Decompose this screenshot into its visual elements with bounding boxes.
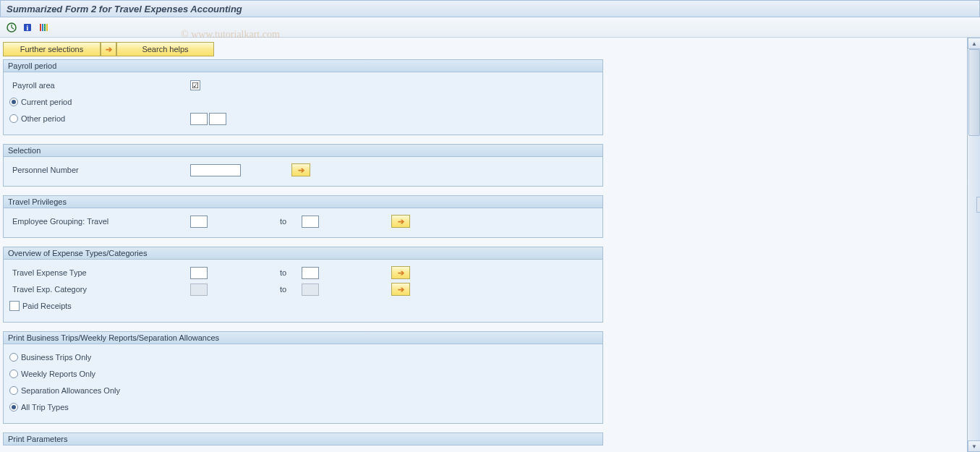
button-label: Search helps xyxy=(142,45,188,54)
vertical-scrollbar[interactable]: ▲ ▼ xyxy=(967,38,980,452)
search-helps-icon-button[interactable]: ➔ xyxy=(101,42,116,56)
checkbox-label: Paid Receipts xyxy=(22,302,72,310)
panel-header: Print Business Trips/Weekly Reports/Sepa… xyxy=(3,331,603,344)
arrow-right-icon: ➔ xyxy=(398,217,404,226)
expense-type-from-input[interactable] xyxy=(190,267,208,279)
expense-cat-to-input[interactable] xyxy=(302,283,319,296)
expense-category-label: Travel Exp. Category xyxy=(9,285,190,294)
radio-icon xyxy=(9,370,18,378)
radio-icon xyxy=(9,403,18,412)
scroll-up-icon[interactable]: ▲ xyxy=(968,38,980,49)
panel-body: Payroll area ☑ Current period Other peri… xyxy=(3,72,603,135)
panel-print-trips: Print Business Trips/Weekly Reports/Sepa… xyxy=(3,331,603,424)
panel-title: Print Business Trips/Weekly Reports/Sepa… xyxy=(8,333,219,342)
panel-body: Personnel Number ➔ xyxy=(3,157,603,187)
multi-select-button[interactable]: ➔ xyxy=(291,163,310,176)
grouping-from-input[interactable] xyxy=(190,216,208,228)
expense-cat-from-input[interactable] xyxy=(190,283,208,296)
application-toolbar: i xyxy=(0,17,980,38)
radio-label: Weekly Reports Only xyxy=(21,370,95,378)
panel-travel-privileges: Travel Privileges Employee Grouping: Tra… xyxy=(3,195,603,238)
radio-label: Business Trips Only xyxy=(21,353,91,362)
employee-grouping-label: Employee Grouping: Travel xyxy=(9,217,190,226)
panel-payroll-period: Payroll period Payroll area ☑ Current pe… xyxy=(3,59,603,135)
panel-title: Selection xyxy=(8,146,41,155)
button-row: Further selections ➔ Search helps xyxy=(3,42,964,56)
svg-line-2 xyxy=(12,27,14,29)
weekly-reports-only-option[interactable]: Weekly Reports Only xyxy=(9,370,190,378)
to-label: to xyxy=(280,217,302,226)
svg-text:i: i xyxy=(27,24,29,32)
radio-label: Separation Allowances Only xyxy=(21,386,120,395)
panel-title: Payroll period xyxy=(8,61,56,70)
to-label: to xyxy=(280,268,302,277)
multi-select-button[interactable]: ➔ xyxy=(391,283,410,296)
panel-header: Travel Privileges xyxy=(3,195,603,208)
other-period-to-input[interactable] xyxy=(209,113,226,125)
radio-icon xyxy=(9,386,18,395)
scroll-down-icon[interactable]: ▼ xyxy=(968,440,980,452)
execute-icon[interactable] xyxy=(6,22,17,33)
radio-icon xyxy=(9,98,18,106)
panel-title: Overview of Expense Types/Categories xyxy=(8,249,147,257)
panel-header: Overview of Expense Types/Categories xyxy=(3,247,603,260)
payroll-area-checkbox[interactable]: ☑ xyxy=(190,80,200,90)
grouping-to-input[interactable] xyxy=(302,216,319,228)
current-period-option[interactable]: Current period xyxy=(9,98,190,106)
payroll-area-label: Payroll area xyxy=(9,81,190,90)
expense-type-to-input[interactable] xyxy=(302,267,319,279)
panel-body: Travel Expense Type to ➔ Travel Exp. Cat… xyxy=(3,260,603,323)
svg-rect-8 xyxy=(46,24,48,31)
panel-selection: Selection Personnel Number ➔ xyxy=(3,144,603,187)
other-period-from-input[interactable] xyxy=(190,113,208,125)
main-content: Further selections ➔ Search helps Payrol… xyxy=(0,38,967,452)
personnel-number-label: Personnel Number xyxy=(9,166,190,174)
info-icon[interactable]: i xyxy=(22,22,33,33)
title-bar: Summarized Form 2 for Travel Expenses Ac… xyxy=(0,0,980,17)
scroll-dragger-icon[interactable] xyxy=(976,197,980,213)
to-label: to xyxy=(280,285,302,294)
svg-rect-5 xyxy=(40,24,41,31)
panel-title: Travel Privileges xyxy=(8,197,67,206)
panel-header: Print Parameters xyxy=(3,432,603,445)
panel-body: Business Trips Only Weekly Reports Only … xyxy=(3,344,603,424)
other-period-option[interactable]: Other period xyxy=(9,114,190,123)
personnel-number-input[interactable] xyxy=(190,164,241,176)
button-label: Further selections xyxy=(20,45,83,54)
further-selections-button[interactable]: Further selections xyxy=(3,42,101,56)
all-trip-types-option[interactable]: All Trip Types xyxy=(9,403,190,412)
panel-header: Payroll period xyxy=(3,59,603,72)
checkbox-icon xyxy=(9,301,20,311)
search-helps-button[interactable]: Search helps xyxy=(116,42,214,56)
radio-label: Other period xyxy=(21,114,65,123)
paid-receipts-option[interactable]: Paid Receipts xyxy=(9,301,190,311)
page-title: Summarized Form 2 for Travel Expenses Ac… xyxy=(7,4,242,14)
separation-allowances-only-option[interactable]: Separation Allowances Only xyxy=(9,386,190,395)
panel-header: Selection xyxy=(3,144,603,157)
svg-rect-6 xyxy=(42,24,43,31)
multi-select-button[interactable]: ➔ xyxy=(391,266,410,279)
expense-type-label: Travel Expense Type xyxy=(9,268,190,277)
radio-icon xyxy=(9,353,18,362)
radio-label: All Trip Types xyxy=(21,403,69,412)
radio-icon xyxy=(9,114,18,123)
bars-icon[interactable] xyxy=(38,22,49,33)
multi-select-button[interactable]: ➔ xyxy=(391,215,410,228)
panel-overview: Overview of Expense Types/Categories Tra… xyxy=(3,247,603,323)
arrow-right-icon: ➔ xyxy=(106,45,112,54)
panel-title: Print Parameters xyxy=(8,435,68,443)
arrow-right-icon: ➔ xyxy=(398,268,404,278)
radio-label: Current period xyxy=(21,98,72,106)
arrow-right-icon: ➔ xyxy=(398,285,404,294)
arrow-right-icon: ➔ xyxy=(298,166,304,175)
panel-print-parameters: Print Parameters xyxy=(3,432,603,445)
svg-rect-7 xyxy=(44,24,46,31)
scroll-thumb[interactable] xyxy=(968,49,980,136)
panel-body: Employee Grouping: Travel to ➔ xyxy=(3,208,603,238)
business-trips-only-option[interactable]: Business Trips Only xyxy=(9,353,190,362)
